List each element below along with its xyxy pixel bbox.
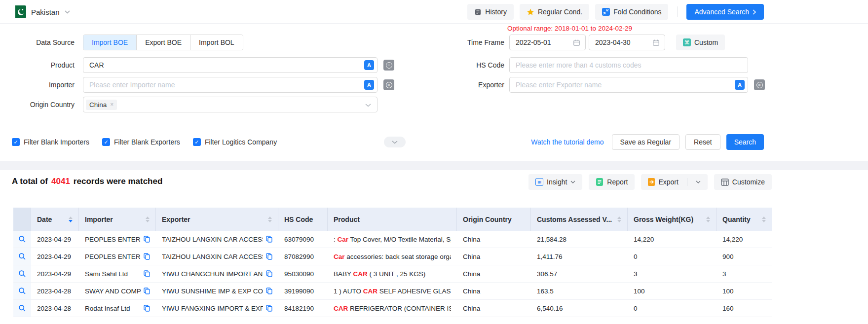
quantity-cell: 3: [717, 265, 772, 282]
copy-icon[interactable]: [144, 236, 150, 243]
translate-icon[interactable]: A: [735, 80, 745, 90]
row-detail-cell[interactable]: [13, 265, 31, 282]
table-row: 2023-04-28 Rodat Insaf Ltd YIWU FANGXING…: [13, 300, 772, 317]
filter-blank-exporters[interactable]: ✓ Filter Blank Exporters: [102, 138, 180, 146]
country-name: Pakistan: [31, 8, 60, 16]
copy-icon[interactable]: [266, 236, 272, 243]
chevron-down-icon: [365, 104, 371, 107]
tab-import-boe[interactable]: Import BOE: [83, 35, 137, 50]
copy-icon[interactable]: [144, 270, 150, 277]
row-detail-cell[interactable]: [13, 231, 31, 248]
product-input[interactable]: [83, 57, 377, 73]
keyword-highlight: Car: [338, 236, 349, 243]
header-customs-value[interactable]: Customs Assessed V...: [531, 208, 628, 231]
hs-code-cell: 84182190: [278, 300, 328, 317]
sort-icon[interactable]: [702, 216, 710, 222]
search-button[interactable]: Search: [726, 134, 764, 150]
pakistan-flag-icon: [13, 5, 26, 18]
hs-code-input[interactable]: [509, 57, 748, 73]
copy-icon[interactable]: [144, 253, 150, 260]
exporter-input[interactable]: [509, 77, 748, 93]
magnifier-icon: [18, 304, 26, 312]
tutorial-demo-link[interactable]: Watch the tutorial demo: [531, 138, 604, 146]
header-exporter[interactable]: Exporter: [156, 208, 278, 231]
translate-icon[interactable]: A: [364, 60, 374, 70]
report-button[interactable]: Report: [589, 174, 635, 190]
row-detail-cell[interactable]: [13, 300, 31, 317]
row-detail-cell[interactable]: [13, 283, 31, 299]
quantity-cell: 14,220: [717, 231, 772, 248]
importer-cell: Rodat Insaf Ltd: [79, 300, 156, 317]
exporter-cell: TAIZHOU LANGXIN CAR ACCESSO: [156, 231, 278, 248]
filter-checkboxes: ✓ Filter Blank Importers ✓ Filter Blank …: [12, 134, 277, 150]
date-to-field[interactable]: 2023-04-30: [589, 35, 665, 50]
copy-icon[interactable]: [266, 253, 272, 260]
sort-icon[interactable]: [758, 216, 766, 222]
header-importer[interactable]: Importer: [79, 208, 156, 231]
product-cell: BABY CAR ( 3 UNIT , 25 KGS): [328, 265, 457, 282]
header-quantity[interactable]: Quantity: [717, 208, 772, 231]
collapse-conditions-button[interactable]: [384, 137, 406, 147]
hs-code-cell: 63079090: [278, 231, 328, 248]
origin-country-cell: China: [457, 248, 531, 265]
header-product: Product: [328, 208, 457, 231]
chevron-right-icon: [753, 9, 756, 15]
custom-range-button[interactable]: ⌘ Custom: [676, 35, 725, 50]
copy-icon[interactable]: [266, 305, 272, 312]
copy-icon[interactable]: [266, 270, 272, 277]
copy-icon[interactable]: [144, 288, 150, 294]
magnifier-icon: [18, 287, 26, 295]
sort-icon[interactable]: [613, 216, 621, 222]
product-cell: Car accessories: back seat storage orga: [328, 248, 457, 265]
copy-icon[interactable]: [266, 288, 272, 294]
hs-code-cell: 39199090: [278, 283, 328, 299]
date-cell: 2023-04-29: [31, 265, 79, 282]
quantity-cell: 900: [717, 248, 772, 265]
chevron-down-icon: [696, 180, 701, 183]
gross-weight-cell: 3: [628, 265, 717, 282]
reset-button[interactable]: Reset: [685, 134, 720, 150]
magnifier-icon: [18, 252, 26, 260]
importer-input[interactable]: [83, 77, 377, 93]
translate-icon[interactable]: A: [364, 80, 374, 90]
exact-match-icon[interactable]: =: [383, 60, 394, 71]
fold-conditions-button[interactable]: Fold Conditions: [595, 4, 668, 20]
advanced-search-button[interactable]: Advanced Search: [686, 4, 764, 20]
date-cell: 2023-04-28: [31, 300, 79, 317]
results-actions: BI Insight Report Export Customize: [528, 174, 772, 190]
filter-blank-importers[interactable]: ✓ Filter Blank Importers: [12, 138, 89, 146]
customize-button[interactable]: Customize: [714, 174, 772, 190]
results-summary: A total of 4041 records were matched: [12, 177, 162, 186]
tab-export-boe[interactable]: Export BOE: [137, 35, 190, 50]
row-detail-cell[interactable]: [13, 248, 31, 265]
customs-value-cell: 6,540.16: [531, 300, 628, 317]
header-date[interactable]: Date: [31, 208, 79, 231]
country-selector[interactable]: Pakistan: [13, 0, 70, 24]
filter-logistics-company[interactable]: ✓ Filter Logitics Company: [193, 138, 277, 146]
header-gross-weight[interactable]: Gross Weight(KG): [628, 208, 717, 231]
date-from-field[interactable]: 2022-05-01: [509, 35, 586, 50]
history-button[interactable]: History: [467, 4, 514, 20]
chevron-down-icon: [570, 180, 575, 183]
save-as-regular-button[interactable]: Save as Regular: [612, 134, 680, 150]
table-header: Date Importer Exporter HS Code Product O…: [13, 208, 772, 231]
sort-icon[interactable]: [142, 216, 150, 222]
calendar-icon: [573, 39, 580, 46]
copy-icon[interactable]: [144, 305, 150, 312]
date-cell: 2023-04-29: [31, 248, 79, 265]
origin-country-select[interactable]: China ×: [83, 97, 377, 112]
tab-import-bol[interactable]: Import BOL: [190, 35, 243, 50]
exporter-cell: TAIZHOU LANGXIN CAR ACCESSO: [156, 248, 278, 265]
checkbox-checked-icon: ✓: [193, 138, 201, 146]
insight-button[interactable]: BI Insight: [528, 174, 582, 190]
exact-match-icon[interactable]: =: [754, 79, 765, 90]
sort-icon[interactable]: [264, 216, 272, 222]
importer-cell: Sami Sahil Ltd: [79, 265, 156, 282]
export-button[interactable]: Export: [641, 174, 707, 190]
regular-cond-button[interactable]: Regular Cond.: [520, 4, 589, 20]
origin-country-cell: China: [457, 265, 531, 282]
sort-icon[interactable]: [65, 216, 73, 222]
tag-close-icon[interactable]: ×: [110, 102, 113, 108]
header-search-column: [13, 208, 31, 231]
exact-match-icon[interactable]: =: [383, 79, 394, 90]
